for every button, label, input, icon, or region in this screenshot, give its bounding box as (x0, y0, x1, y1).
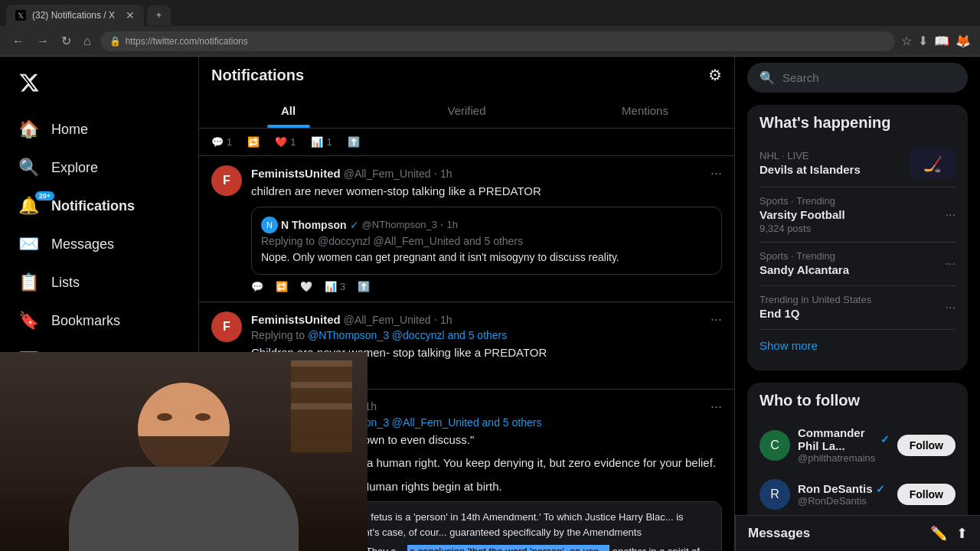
url-field[interactable]: 🔒 https://twitter.com/notifications (100, 31, 895, 51)
messages-bar: Messages ✏️ ⬆ (735, 515, 980, 551)
notifications-title: Notifications (211, 67, 304, 84)
chart-count: 1 (326, 136, 332, 148)
trend-sandy[interactable]: Sports · Trending Sandy Alcantara ··· (760, 243, 956, 286)
quoted-tweet-1[interactable]: N N Thompson ✓ @NThompson_3 · 1h Replyin… (251, 207, 722, 276)
sidebar-item-lists[interactable]: 📋 Lists (9, 265, 189, 300)
tweet1-author: FeministsUnited @All_Fem_United · 1h (251, 167, 452, 181)
tab-title: (32) Notifications / X (32, 10, 115, 21)
home-browser-button[interactable]: ⌂ (80, 31, 94, 51)
tab-mentions[interactable]: Mentions (556, 93, 734, 128)
chart-icon-t1: 📊 (325, 281, 337, 292)
trend-vf-more-icon[interactable]: ··· (946, 208, 956, 222)
tweet1-retweet[interactable]: 🔁 (276, 281, 288, 292)
right-eye (195, 413, 211, 421)
tab-verified[interactable]: Verified (377, 93, 556, 128)
active-tab[interactable]: 𝕏 (32) Notifications / X ✕ (6, 5, 144, 26)
who-to-follow-title: Who to follow (760, 392, 956, 409)
new-tab-button[interactable]: + (147, 5, 171, 25)
like-action[interactable]: ❤️ 1 (275, 136, 296, 148)
follow-item-commander: C Commander Phil La... ✓ @philthatremain… (760, 419, 956, 471)
sidebar-item-bookmarks[interactable]: 🔖 Bookmarks (9, 303, 189, 338)
trend-end1q-more-icon[interactable]: ··· (946, 301, 956, 315)
forward-button[interactable]: → (34, 31, 52, 51)
refresh-button[interactable]: ↻ (58, 31, 74, 51)
sidebar-item-notifications[interactable]: 🔔20+ Notifications (9, 188, 189, 223)
bookmark-icon[interactable]: ☆ (901, 34, 912, 48)
share-action[interactable]: ⬆️ (348, 136, 360, 148)
tweet1-author-handle: @All_Fem_United (344, 168, 431, 180)
follow-commander-button[interactable]: Follow (897, 435, 956, 456)
whats-happening-show-more[interactable]: Show more (760, 330, 956, 361)
lock-icon: 🔒 (109, 36, 121, 47)
tweet1-like[interactable]: 🤍 (300, 281, 312, 292)
trend-varsity-football[interactable]: Sports · Trending Varsity Football 9,324… (760, 187, 956, 243)
search-icon: 🔍 (760, 70, 775, 85)
sidebar-item-explore[interactable]: 🔍 Explore (9, 150, 189, 185)
retweet-action[interactable]: 🔁 (247, 136, 260, 148)
desantis-name: Ron DeSantis ✓ (798, 482, 890, 495)
tweet2-reply-link[interactable]: @NThompson_3 @doccynzl and 5 others (308, 329, 507, 341)
tweet2-author-name[interactable]: FeministsUnited (251, 313, 341, 326)
video-content (0, 353, 368, 551)
tweet1-header: FeministsUnited @All_Fem_United · 1h ··· (251, 165, 722, 181)
notification-badge: 20+ (35, 191, 54, 201)
commander-avatar: C (760, 430, 790, 461)
tab-all[interactable]: All (199, 93, 377, 128)
browser-chrome: 𝕏 (32) Notifications / X ✕ + ← → ↻ ⌂ 🔒 h… (0, 0, 980, 57)
video-frame (0, 353, 368, 551)
tweet2-more-button[interactable]: ··· (710, 311, 722, 328)
chart-action[interactable]: 📊 1 (311, 136, 332, 148)
tweet1-chart[interactable]: 📊 3 (325, 281, 345, 292)
reading-mode-icon[interactable]: 📖 (934, 34, 949, 48)
expand-messages-icon[interactable]: ⬆ (956, 525, 968, 542)
trend-sandy-info: Sports · Trending Sandy Alcantara (760, 250, 849, 278)
close-tab-button[interactable]: ✕ (126, 9, 135, 21)
follow-desantis-button[interactable]: Follow (897, 484, 956, 505)
trend-end1q-name: End 1Q (760, 307, 871, 320)
sidebar-item-messages[interactable]: ✉️ Messages (9, 227, 189, 262)
commander-handle: @philthatremains (798, 452, 890, 464)
bookmarks-icon: 🔖 (18, 311, 39, 331)
shelf2 (291, 382, 352, 388)
compose-message-icon[interactable]: ✏️ (930, 525, 947, 542)
tweet1-chart-count: 3 (340, 281, 345, 292)
commander-name-text: Commander Phil La... (798, 426, 877, 452)
commander-info: Commander Phil La... ✓ @philthatremains (798, 426, 890, 464)
settings-icon[interactable]: ⚙ (708, 66, 722, 84)
action-row: 💬 1 🔁 ❤️ 1 📊 1 ⬆️ (199, 129, 734, 156)
trend-end1q[interactable]: Trending in United States End 1Q ··· (760, 286, 956, 330)
tweet1-dot: · (434, 167, 437, 181)
torso (69, 467, 299, 551)
trend-sandy-category: Sports · Trending (760, 250, 849, 262)
back-button[interactable]: ← (9, 31, 28, 51)
desantis-info: Ron DeSantis ✓ @RonDeSantis (798, 482, 890, 507)
x-logo[interactable] (9, 63, 189, 106)
download-icon[interactable]: ⬇ (918, 34, 928, 48)
sidebar-label-messages: Messages (51, 236, 114, 253)
notifications-icon: 🔔20+ (18, 196, 39, 216)
comment-action[interactable]: 💬 1 (211, 136, 232, 148)
tweet1-more-button[interactable]: ··· (710, 165, 722, 181)
tweet2-avatar: F (211, 311, 242, 342)
tweet3-more-button[interactable]: ··· (710, 399, 722, 415)
comment-icon-t1: 💬 (251, 281, 263, 292)
trend-nhl[interactable]: NHL · LIVE Devils at Islanders 🏒 (760, 141, 956, 187)
trend-sandy-more-icon[interactable]: ··· (946, 257, 956, 271)
video-overlay (0, 352, 368, 551)
lists-icon: 📋 (18, 272, 39, 292)
hockey-icon: 🏒 (923, 155, 942, 173)
trend-end1q-header: Trending in United States End 1Q ··· (760, 294, 956, 321)
sidebar-label-home: Home (51, 122, 88, 138)
tweet1-comment[interactable]: 💬 (251, 281, 263, 292)
highlight-person: e conclusion 'that the word 'person', as… (407, 545, 609, 551)
tweet1-author-name[interactable]: FeministsUnited (251, 167, 341, 180)
chart-icon: 📊 (311, 136, 323, 148)
tweet2-author: FeministsUnited @All_Fem_United · 1h (251, 313, 452, 327)
search-input[interactable] (782, 71, 956, 84)
search-box[interactable]: 🔍 (747, 63, 968, 93)
tweet1-share[interactable]: ⬆️ (358, 281, 370, 292)
whats-happening-title: What's happening (760, 114, 956, 132)
share-icon-t1: ⬆️ (358, 281, 370, 292)
address-bar: ← → ↻ ⌂ 🔒 https://twitter.com/notificati… (0, 26, 980, 56)
sidebar-item-home[interactable]: 🏠 Home (9, 112, 189, 147)
